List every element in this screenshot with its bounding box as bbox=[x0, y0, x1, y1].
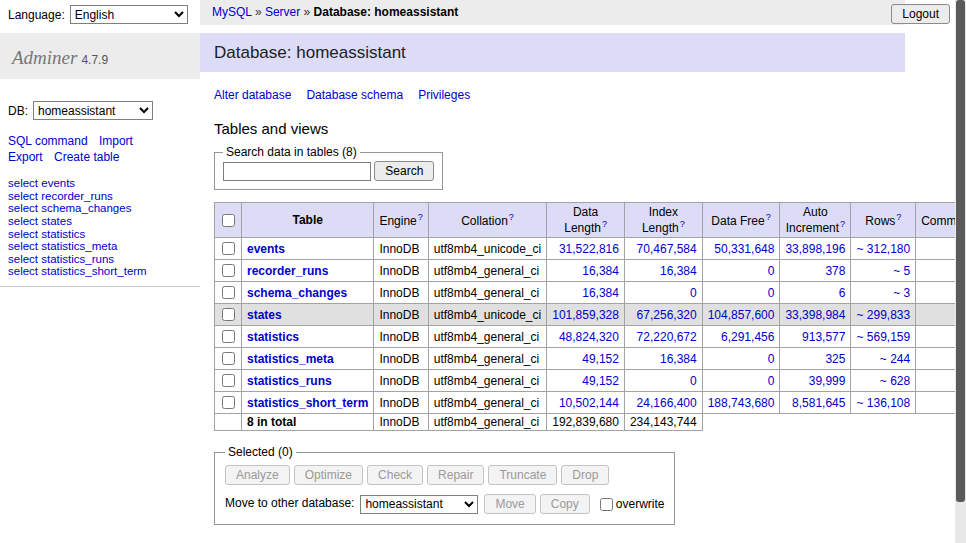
index-length-cell: 67,256,320 bbox=[624, 304, 702, 326]
data-free-cell: 6,291,456 bbox=[702, 326, 780, 348]
row-checkbox-cell bbox=[215, 370, 242, 392]
table-link-events[interactable]: events bbox=[247, 242, 285, 256]
table-link-recorder_runs[interactable]: recorder_runs bbox=[247, 264, 328, 278]
engine-cell: InnoDB bbox=[374, 370, 428, 392]
table-name-cell: statistics bbox=[242, 326, 374, 348]
sidebar-link-sql-command[interactable]: SQL command bbox=[8, 134, 88, 148]
table-link-statistics_short_term[interactable]: statistics_short_term bbox=[247, 396, 368, 410]
index-length-cell: 70,467,584 bbox=[624, 238, 702, 260]
row-checkbox-schema_changes[interactable] bbox=[222, 286, 235, 299]
move-db-select[interactable]: homeassistant bbox=[360, 495, 478, 514]
sidebar-link-select-states[interactable]: select states bbox=[8, 215, 72, 227]
collation-cell: utf8mb4_general_ci bbox=[428, 282, 546, 304]
column-header-rows: Rows? bbox=[851, 203, 916, 238]
sidebar-link-select-statistics-runs[interactable]: select statistics_runs bbox=[8, 253, 114, 265]
sidebar-table-item: select recorder_runs bbox=[8, 190, 200, 203]
index-length-cell: 16,384 bbox=[624, 348, 702, 370]
app-logo: Adminer4.7.9 bbox=[0, 33, 200, 79]
table-link-statistics[interactable]: statistics bbox=[247, 330, 299, 344]
search-button[interactable]: Search bbox=[374, 161, 434, 181]
sidebar-link-export[interactable]: Export bbox=[8, 150, 43, 164]
repair-button[interactable]: Repair bbox=[427, 465, 484, 485]
column-header-table: Table bbox=[242, 203, 374, 238]
language-select[interactable]: English bbox=[70, 5, 188, 24]
scrollbar-thumb[interactable] bbox=[956, 0, 965, 502]
collation-cell: utf8mb4_unicode_ci bbox=[428, 304, 546, 326]
breadcrumb-link-mysql[interactable]: MySQL bbox=[212, 5, 252, 19]
engine-cell: InnoDB bbox=[374, 238, 428, 260]
db-select[interactable]: homeassistant bbox=[33, 101, 153, 120]
language-label: Language: bbox=[8, 8, 65, 22]
data-length-cell: 49,152 bbox=[547, 370, 625, 392]
table-row: statistics_metaInnoDButf8mb4_general_ci4… bbox=[215, 348, 966, 370]
data-free-cell: 0 bbox=[702, 370, 780, 392]
help-link[interactable]: ? bbox=[418, 212, 423, 222]
data-length-cell: 31,522,816 bbox=[547, 238, 625, 260]
db-link-database-schema[interactable]: Database schema bbox=[306, 88, 403, 102]
move-button[interactable]: Move bbox=[484, 494, 535, 514]
sidebar-link-select-schema-changes[interactable]: select schema_changes bbox=[8, 202, 131, 214]
row-checkbox-recorder_runs[interactable] bbox=[222, 264, 235, 277]
truncate-button[interactable]: Truncate bbox=[488, 465, 557, 485]
column-header-index-length: Index Length? bbox=[624, 203, 702, 238]
table-link-states[interactable]: states bbox=[247, 308, 282, 322]
row-checkbox-statistics_runs[interactable] bbox=[222, 374, 235, 387]
help-link[interactable]: ? bbox=[602, 219, 607, 229]
sidebar-link-select-statistics-short-term[interactable]: select statistics_short_term bbox=[8, 265, 147, 277]
db-link-privileges[interactable]: Privileges bbox=[418, 88, 470, 102]
db-label: DB: bbox=[8, 104, 28, 118]
auto-increment-cell: 8,581,645 bbox=[780, 392, 851, 414]
collation-cell: utf8mb4_general_ci bbox=[428, 348, 546, 370]
select-all-checkbox[interactable] bbox=[222, 214, 235, 227]
search-input[interactable] bbox=[223, 162, 371, 181]
table-row: recorder_runsInnoDButf8mb4_general_ci16,… bbox=[215, 260, 966, 282]
sidebar-link-import[interactable]: Import bbox=[99, 134, 133, 148]
engine-cell: InnoDB bbox=[374, 392, 428, 414]
table-row: statistics_runsInnoDButf8mb4_general_ci4… bbox=[215, 370, 966, 392]
auto-increment-cell: 6 bbox=[780, 282, 851, 304]
sidebar-link-select-recorder-runs[interactable]: select recorder_runs bbox=[8, 190, 113, 202]
row-checkbox-statistics_meta[interactable] bbox=[222, 352, 235, 365]
row-checkbox-statistics[interactable] bbox=[222, 330, 235, 343]
table-name-cell: statistics_runs bbox=[242, 370, 374, 392]
help-link[interactable]: ? bbox=[896, 212, 901, 222]
help-link[interactable]: ? bbox=[509, 212, 514, 222]
auto-increment-cell: 325 bbox=[780, 348, 851, 370]
app-name: Adminer bbox=[12, 47, 77, 68]
check-button[interactable]: Check bbox=[367, 465, 423, 485]
row-checkbox-events[interactable] bbox=[222, 242, 235, 255]
sidebar-link-create-table[interactable]: Create table bbox=[54, 150, 119, 164]
table-link-statistics_runs[interactable]: statistics_runs bbox=[247, 374, 332, 388]
engine-cell: InnoDB bbox=[374, 326, 428, 348]
rows-cell: ~ 136,108 bbox=[851, 392, 916, 414]
help-link[interactable]: ? bbox=[840, 219, 845, 229]
sidebar-link-select-statistics[interactable]: select statistics bbox=[8, 228, 85, 240]
data-free-cell: 0 bbox=[702, 260, 780, 282]
sidebar-link-select-statistics-meta[interactable]: select statistics_meta bbox=[8, 240, 117, 252]
drop-button[interactable]: Drop bbox=[561, 465, 609, 485]
breadcrumb-link-server[interactable]: Server bbox=[265, 5, 300, 19]
sidebar-link-select-events[interactable]: select events bbox=[8, 177, 75, 189]
overwrite-checkbox[interactable] bbox=[600, 498, 613, 511]
table-link-schema_changes[interactable]: schema_changes bbox=[247, 286, 347, 300]
help-link[interactable]: ? bbox=[680, 219, 685, 229]
collation-cell: utf8mb4_general_ci bbox=[428, 392, 546, 414]
selected-action-buttons: AnalyzeOptimizeCheckRepairTruncateDrop bbox=[225, 465, 664, 485]
optimize-button[interactable]: Optimize bbox=[294, 465, 363, 485]
table-link-statistics_meta[interactable]: statistics_meta bbox=[247, 352, 334, 366]
analyze-button[interactable]: Analyze bbox=[225, 465, 290, 485]
row-checkbox-cell bbox=[215, 304, 242, 326]
rows-cell: ~ 244 bbox=[851, 348, 916, 370]
row-checkbox-cell bbox=[215, 238, 242, 260]
scrollbar[interactable] bbox=[955, 0, 966, 543]
copy-button[interactable]: Copy bbox=[540, 494, 590, 514]
app-version-link[interactable]: 4.7.9 bbox=[81, 53, 108, 67]
table-row: eventsInnoDButf8mb4_unicode_ci31,522,816… bbox=[215, 238, 966, 260]
logout-button[interactable]: Logout bbox=[891, 4, 950, 24]
db-link-alter-database[interactable]: Alter database bbox=[214, 88, 291, 102]
sidebar-table-item: select schema_changes bbox=[8, 202, 200, 215]
row-checkbox-states[interactable] bbox=[222, 308, 235, 321]
help-link[interactable]: ? bbox=[766, 212, 771, 222]
table-name-cell: events bbox=[242, 238, 374, 260]
row-checkbox-statistics_short_term[interactable] bbox=[222, 396, 235, 409]
